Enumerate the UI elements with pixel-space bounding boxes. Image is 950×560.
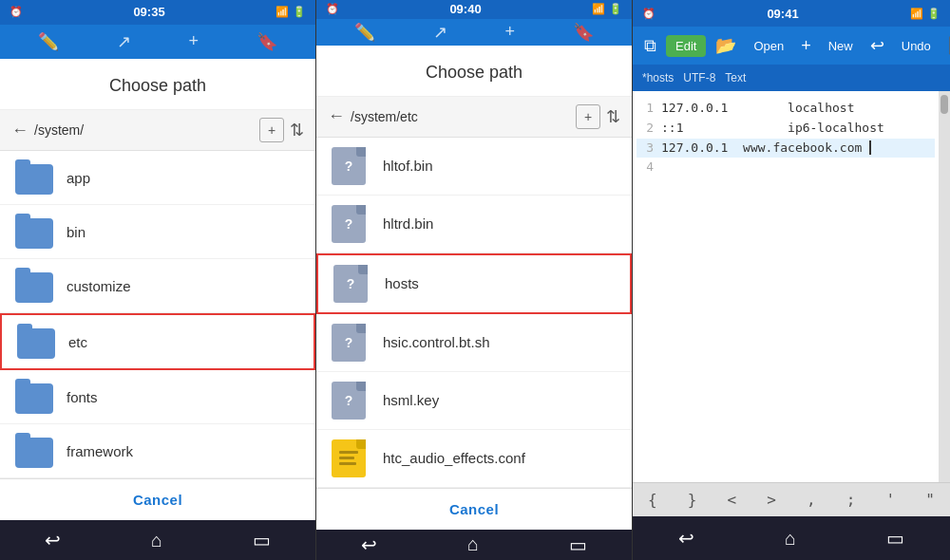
back-nav-2[interactable]: ↩ [361,533,377,556]
new-folder-button-1[interactable]: + [259,118,284,142]
recents-nav-2[interactable]: ▭ [569,533,587,556]
back-nav-1[interactable]: ↩ [45,529,61,551]
scroll-bar[interactable] [939,91,950,482]
path-bar-1: ← /system/ + ⇅ [0,110,315,151]
status-icons-left-3: ⏰ [642,8,656,20]
bookmark-icon-1[interactable]: 🔖 [256,31,277,52]
text-file-icon [332,439,370,477]
share-icon-2[interactable]: ↗ [433,22,447,43]
code-line-1: 1 127.0.0.1 localhost [636,99,935,119]
line-text: ::1 ip6-localhost [661,119,884,139]
key-close-brace[interactable]: } [680,489,705,511]
add-icon-1[interactable]: + [189,31,200,51]
choose-path-dialog-2: Choose path ← /system/etc + ⇅ ? hltof.bi… [316,46,632,530]
alarm-icon-3: ⏰ [642,8,656,20]
status-icons-left-2: ⏰ [326,3,339,15]
code-line-2: 2 ::1 ip6-localhost [636,119,935,139]
key-apostrophe[interactable]: ' [879,489,903,511]
back-button-1[interactable]: ← [11,121,28,140]
open-button[interactable]: 📂 [710,31,742,60]
battery-icon-2: 🔋 [609,3,622,15]
dialog-title-1: Choose path [0,59,315,110]
file-name: etc [68,334,87,350]
home-nav-3[interactable]: ⌂ [785,528,796,550]
keyboard-bar: { } < > , ; ' " [633,482,950,516]
file-name: hltrd.bin [383,215,433,232]
edit-icon-2[interactable]: ✏️ [354,22,375,43]
undo-button[interactable]: ↩ [864,31,890,60]
edit-button[interactable]: Edit [666,35,706,57]
tab-filename[interactable]: *hosts [642,71,674,84]
multi-window-icon[interactable]: ⧉ [638,32,662,60]
unknown-file-icon: ? [332,147,370,185]
new-folder-button-2[interactable]: + [576,104,600,129]
sort-button-1[interactable]: ⇅ [290,120,304,140]
unknown-file-icon: ? [332,205,370,243]
dialog-cancel-area-1: Cancel [0,478,315,520]
key-open-brace[interactable]: { [640,489,665,511]
save-icon[interactable]: 💾 [942,31,950,60]
file-name: hosts [385,275,419,291]
folder-icon [15,380,53,414]
list-item[interactable]: customize [0,259,315,313]
file-name: hsml.key [383,392,439,408]
list-item[interactable]: ? hltof.bin [316,138,632,196]
new-button[interactable]: + [795,32,817,60]
battery-icon-1: 🔋 [293,6,306,18]
nav-bar-2: ↩ ⌂ ▭ [316,530,632,560]
key-semicolon[interactable]: ; [839,489,864,511]
tab-encoding: UTF-8 [683,71,715,84]
key-comma[interactable]: , [799,489,824,511]
panel-1: ⏰ 09:35 📶 🔋 ✏️ ↗ + 🔖 Choose path ← /syst… [0,0,316,560]
recents-nav-3[interactable]: ▭ [886,527,904,550]
line-text: 127.0.0.1 localhost [661,99,855,119]
wifi-icon-1: 📶 [276,6,289,18]
back-button-2[interactable]: ← [328,106,345,126]
cancel-button-2[interactable]: Cancel [449,501,499,517]
line-text: 127.0.0.1 www.facebook.com [661,139,871,159]
list-item[interactable]: app [0,151,315,205]
undo-label[interactable]: Undo [894,35,939,57]
editor-content[interactable]: 1 127.0.0.1 localhost 2 ::1 ip6-localhos… [633,91,939,482]
key-less-than[interactable]: < [720,489,745,511]
list-item-selected[interactable]: etc [0,313,315,370]
edit-icon-1[interactable]: ✏️ [38,31,59,52]
recents-nav-1[interactable]: ▭ [253,529,271,551]
status-icons-left-1: ⏰ [10,6,23,18]
nav-bar-1: ↩ ⌂ ▭ [0,520,315,560]
home-nav-1[interactable]: ⌂ [151,530,162,551]
key-greater-than[interactable]: > [759,489,784,511]
list-item[interactable]: framework [0,424,315,478]
add-icon-2[interactable]: + [505,22,516,42]
new-label[interactable]: New [821,35,861,57]
nav-bar-3: ↩ ⌂ ▭ [633,516,950,560]
code-line-3: 3 127.0.0.1 www.facebook.com [636,139,935,159]
file-name: framework [66,443,133,459]
folder-icon [17,325,55,359]
open-label[interactable]: Open [746,35,791,57]
list-item[interactable]: ? hsic.control.bt.sh [316,314,632,372]
status-bar-1: ⏰ 09:35 📶 🔋 [0,0,315,25]
folder-icon [15,160,53,195]
dialog-cancel-area-2: Cancel [316,488,632,530]
status-icons-right-1: 📶 🔋 [276,6,306,18]
list-item[interactable]: ? hltrd.bin [316,196,632,253]
alarm-icon: ⏰ [10,6,23,18]
list-item[interactable]: ? hsml.key [316,372,632,430]
key-quote[interactable]: " [918,489,942,511]
bookmark-icon-2[interactable]: 🔖 [573,22,594,43]
editor-main: 1 127.0.0.1 localhost 2 ::1 ip6-localhos… [633,91,950,482]
share-icon-1[interactable]: ↗ [117,31,131,52]
cancel-button-1[interactable]: Cancel [133,492,182,508]
back-nav-3[interactable]: ↩ [678,527,694,550]
editor-toolbar: ⧉ Edit 📂 Open + New ↩ Undo 💾 Save ⋮ [633,27,950,65]
list-item[interactable]: bin [0,205,315,259]
home-nav-2[interactable]: ⌂ [467,533,479,555]
dialog-title-2: Choose path [316,46,632,97]
editor-tab-bar: *hosts UTF-8 Text [633,65,950,91]
status-bar-3: ⏰ 09:41 📶 🔋 [633,0,950,27]
list-item-selected[interactable]: ? hosts [316,253,632,314]
list-item[interactable]: fonts [0,370,315,424]
sort-button-2[interactable]: ⇅ [606,106,620,127]
list-item[interactable]: htc_audio_effects.conf [316,430,632,488]
